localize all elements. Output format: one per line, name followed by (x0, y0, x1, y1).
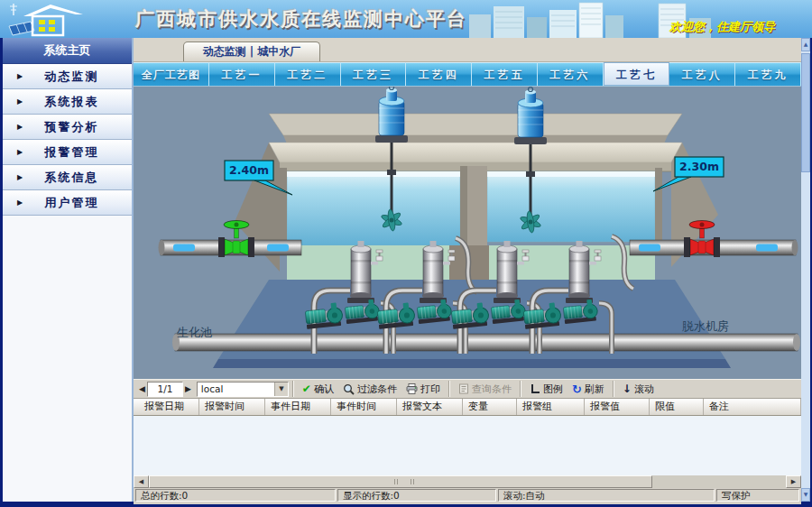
scroll-left-button[interactable]: ◀ (134, 475, 149, 488)
next-icon: ▶ (185, 384, 191, 393)
tab-process-5[interactable]: 工艺五 (472, 62, 538, 86)
menu-arrow-icon: ▶ (17, 165, 28, 189)
status-visible-rows: 显示的行数:0 (337, 489, 496, 502)
toolbar-separator (292, 381, 294, 397)
tab-process-4[interactable]: 工艺四 (406, 62, 472, 86)
column-alarm-group[interactable]: 报警组 (517, 399, 585, 415)
query-doc-icon (458, 383, 469, 394)
tab-process-6[interactable]: 工艺六 (538, 62, 604, 86)
confirm-label: 确认 (314, 383, 334, 396)
sidebar-item-label: 系统信息 (28, 165, 115, 189)
column-alarm-date[interactable]: 报警日期 (134, 399, 199, 415)
tab-plant-overview[interactable]: 全厂工艺图 (134, 62, 209, 86)
scroll-button[interactable]: ↓ 滚动 (618, 381, 659, 397)
scroll-right-button[interactable]: ▶ (786, 475, 801, 488)
horizontal-scroll-track[interactable] (149, 475, 786, 488)
horizontal-scrollbar[interactable]: ◀ ▶ (134, 475, 801, 488)
toolbar-separator (520, 381, 521, 397)
sidebar-home[interactable]: 系统主页 (3, 38, 132, 64)
toolbar-separator (448, 381, 450, 397)
column-remark[interactable]: 备注 (704, 399, 801, 415)
menu-arrow-icon: ▶ (17, 190, 28, 215)
vertical-scrollbar[interactable]: ▲ ▼ (801, 38, 812, 502)
query-conditions-button[interactable]: 查询条件 (454, 381, 516, 397)
menu-arrow-icon: ▶ (17, 89, 28, 114)
column-variable[interactable]: 变量 (463, 399, 517, 415)
scada-canvas: 2.40m 2.30m (134, 87, 801, 379)
dropdown-arrow-icon[interactable]: ▼ (274, 383, 288, 396)
welcome-message: 欢迎您，住建厅领导 (669, 19, 775, 35)
process-tab-bar: 全厂工艺图 工艺一 工艺二 工艺三 工艺四 工艺五 工艺六 工艺七 工艺八 工艺… (134, 62, 801, 87)
left-tank-water (287, 171, 460, 245)
check-icon: ✔ (302, 383, 311, 395)
tab-process-8[interactable]: 工艺八 (669, 62, 735, 86)
sidebar-item-warning-analysis[interactable]: ▶预警分析 (3, 115, 132, 140)
status-bar: 总的行数:0 显示的行数:0 滚动:自动 写保护 (134, 488, 801, 504)
main-area: 动态监测 | 城中水厂 全厂工艺图 工艺一 工艺二 工艺三 工艺四 工艺五 工艺… (134, 38, 801, 502)
tab-process-3[interactable]: 工艺三 (341, 62, 407, 86)
tab-process-7[interactable]: 工艺七 (604, 62, 670, 86)
legend-icon (530, 383, 540, 394)
column-limit-value[interactable]: 限值 (650, 399, 704, 415)
tab-process-2[interactable]: 工艺二 (275, 62, 341, 86)
sidebar-item-label: 报警管理 (28, 140, 115, 164)
sidebar-item-dynamic-monitoring[interactable]: ▶动态监测 (3, 64, 132, 89)
view-tab-dynamic-monitoring[interactable]: 动态监测 | 城中水厂 (183, 41, 320, 61)
column-alarm-text[interactable]: 报警文本 (397, 399, 463, 415)
status-scroll-mode: 滚动:自动 (498, 489, 715, 502)
column-event-time[interactable]: 事件时间 (331, 399, 397, 415)
sidebar-item-label: 系统报表 (28, 89, 115, 114)
scroll-up-button[interactable]: ▲ (801, 38, 810, 51)
page-indicator: 1/1 (147, 382, 183, 397)
legend-button[interactable]: 图例 (525, 381, 567, 397)
print-label: 打印 (420, 383, 440, 396)
sidebar-item-user-management[interactable]: ▶用户管理 (3, 190, 132, 216)
refresh-label: 刷新 (585, 383, 604, 396)
next-page-button[interactable]: ▶ (183, 381, 193, 397)
vertical-scroll-track[interactable] (801, 51, 810, 488)
column-alarm-value[interactable]: 报警值 (585, 399, 650, 415)
sidebar-item-label: 用户管理 (28, 190, 115, 215)
magnifier-icon (343, 383, 355, 395)
svg-text:2.30m: 2.30m (679, 160, 719, 173)
scada-scene: 2.40m 2.30m (134, 87, 801, 379)
horizontal-scroll-thumb[interactable] (149, 475, 652, 488)
menu-arrow-icon: ▶ (17, 140, 28, 164)
vertical-scroll-thumb[interactable] (801, 53, 810, 172)
status-write-state: 写保护 (716, 489, 799, 502)
alarm-table-body[interactable] (134, 416, 801, 475)
tab-process-1[interactable]: 工艺一 (209, 62, 275, 86)
right-tank-water (487, 171, 655, 242)
sidebar: 系统主页 ▶动态监测 ▶系统报表 ▶预警分析 ▶报警管理 ▶系统信息 ▶用户管理 (0, 38, 134, 502)
prev-page-button[interactable]: ◀ (137, 381, 147, 397)
column-alarm-time[interactable]: 报警时间 (199, 399, 265, 415)
filter-dropdown-value: local (198, 383, 274, 396)
scroll-down-button[interactable]: ▼ (801, 488, 810, 502)
svg-text:2.40m: 2.40m (229, 163, 269, 177)
filter-label: 过滤条件 (357, 383, 397, 396)
filter-dropdown[interactable]: local ▼ (197, 382, 289, 397)
alarm-table-header: 报警日期 报警时间 事件日期 事件时间 报警文本 变量 报警组 报警值 限值 备… (134, 399, 801, 416)
sidebar-item-system-info[interactable]: ▶系统信息 (3, 165, 132, 190)
center-pillar (460, 166, 487, 245)
alarm-toolbar: ◀ 1/1 ▶ local ▼ ✔ 确认 过滤条件 (134, 379, 801, 399)
sidebar-item-system-reports[interactable]: ▶系统报表 (3, 89, 132, 115)
confirm-button[interactable]: ✔ 确认 (298, 381, 338, 397)
view-tab-strip: 动态监测 | 城中水厂 (134, 38, 801, 62)
print-button[interactable]: 打印 (401, 381, 445, 397)
page-title: 广西城市供水水质在线监测中心平台 (135, 6, 467, 32)
refresh-button[interactable]: ↻ 刷新 (567, 381, 609, 397)
refresh-icon: ↻ (572, 383, 582, 395)
app-window: 广西城市供水水质在线监测中心平台 欢迎您，住建厅领导 系统主页 ▶动态监测 ▶系… (0, 0, 812, 507)
left-area-label: 生化池 (177, 326, 212, 339)
legend-label: 图例 (543, 383, 563, 396)
tab-process-9[interactable]: 工艺九 (735, 62, 801, 86)
toolbar-separator (613, 381, 614, 397)
sidebar-item-alarm-management[interactable]: ▶报警管理 (3, 140, 132, 165)
prev-icon: ◀ (139, 384, 145, 393)
column-event-date[interactable]: 事件日期 (265, 399, 331, 415)
query-label: 查询条件 (472, 383, 512, 396)
filter-conditions-button[interactable]: 过滤条件 (338, 381, 401, 397)
sidebar-item-label: 动态监测 (28, 64, 115, 88)
printer-icon (406, 383, 418, 394)
